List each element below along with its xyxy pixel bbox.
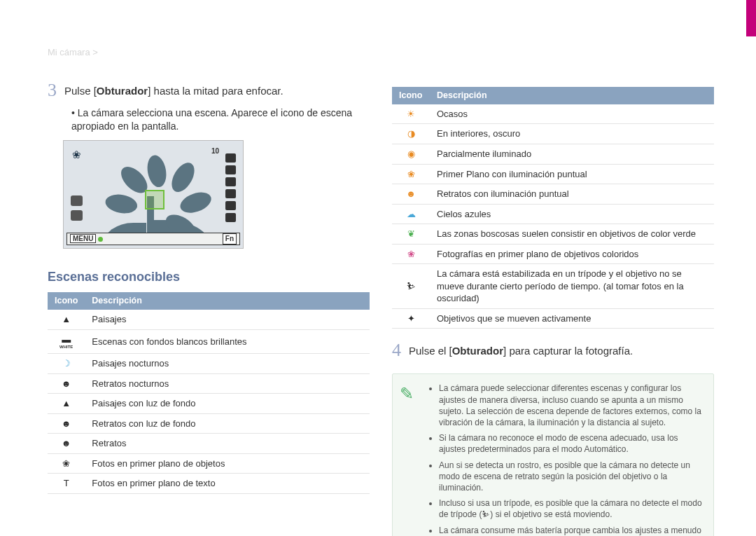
row-desc: Paisajes [85, 310, 370, 329]
note-item: Aun si se detecta un rostro, es posible … [439, 460, 704, 494]
table-row: ▬WHITEEscenas con fondos blancos brillan… [48, 329, 370, 354]
step3-bold: Obturador [97, 85, 148, 97]
scene-icon: ◑ [405, 128, 417, 139]
scene-icon: ❀ [405, 168, 417, 179]
step3-pre: Pulse [ [64, 85, 97, 97]
table-row: ☀Ocasos [392, 104, 714, 124]
step-3-text: Pulse [Obturador] hasta la mitad para en… [64, 84, 370, 98]
note-item: Si la cámara no reconoce el modo de esce… [439, 432, 704, 455]
table-row: ✦Objetivos que se mueven activamente [392, 308, 714, 329]
step-3-sub: La cámara selecciona una escena. Aparece… [71, 106, 370, 133]
step-number-4: 4 [392, 341, 409, 359]
row-desc: Las zonas boscosas suelen consistir en o… [430, 224, 714, 245]
step4-pre: Pulse el [ [409, 345, 452, 357]
step-3: 3 Pulse [Obturador] hasta la mitad para … [48, 84, 370, 99]
table-row: ☻Retratos nocturnos [48, 373, 370, 394]
scene-icon: ❀ [405, 248, 417, 259]
row-desc: Primer Plano con iluminación puntual [430, 164, 714, 184]
table-row: ❀Primer Plano con iluminación puntual [392, 164, 714, 184]
menu-button-label: MENU [70, 234, 96, 243]
row-desc: Ocasos [430, 104, 714, 124]
th-desc: Descripción [85, 292, 370, 310]
step-number-3: 3 [48, 81, 64, 99]
row-icon-cell: ❀ [48, 453, 85, 474]
row-icon-cell: ◉ [392, 144, 430, 164]
row-icon-cell: ☁ [392, 204, 430, 224]
row-icon-cell: ⛷ [392, 264, 430, 309]
scene-icon: ☻ [405, 188, 417, 200]
note-list: La cámara puede seleccionar diferentes e… [428, 383, 704, 536]
row-desc: La cámara está estabilizada en un trípod… [430, 264, 714, 309]
scene-icon: ▬ [60, 334, 73, 345]
row-desc: Retratos nocturnos [85, 373, 370, 394]
shots-remaining: 10 [211, 146, 219, 156]
scene-icon: ☻ [60, 418, 73, 430]
table-row: ▲Paisajes [48, 310, 370, 329]
scene-icon: ◉ [405, 149, 417, 160]
th-desc-r: Descripción [430, 87, 714, 104]
table-row: ☻Retratos [48, 434, 370, 454]
table-row: ❦Las zonas boscosas suelen consistir en … [392, 224, 714, 245]
table-row: ◑En interiores, oscuro [392, 124, 714, 144]
row-desc: Retratos con iluminación puntual [430, 184, 714, 205]
scene-icon: ❦ [405, 228, 417, 240]
row-desc: Cielos azules [430, 204, 714, 224]
scene-icon: ☻ [60, 378, 73, 389]
table-row: TFotos en primer plano de texto [48, 474, 370, 494]
fn-button-label: Fn [223, 233, 237, 245]
scene-icon: ☻ [60, 438, 73, 449]
row-icon-cell: ▲ [48, 394, 85, 414]
row-desc: Fotografías en primer plano de objetivos… [430, 244, 714, 264]
row-desc: Escenas con fondos blancos brillantes [85, 329, 370, 354]
step3-post: ] hasta la mitad para enfocar. [148, 85, 283, 97]
row-desc: Retratos [85, 434, 370, 454]
note-pen-icon: ✎ [400, 383, 421, 536]
macro-icon: ❀ [72, 148, 81, 162]
scene-icon-sublabel: WHITE [55, 344, 78, 350]
left-column: 3 Pulse [Obturador] hasta la mitad para … [48, 84, 370, 494]
row-icon-cell: ❦ [392, 224, 430, 245]
table-row: ☁Cielos azules [392, 204, 714, 224]
row-icon-cell: ◑ [392, 124, 430, 144]
step4-bold: Obturador [452, 345, 503, 357]
scene-icon: ✦ [405, 313, 417, 324]
row-desc: Fotos en primer plano de objetos [85, 453, 370, 474]
row-icon-cell: ▲ [48, 310, 85, 329]
section-title: Escenas reconocibles [48, 268, 370, 285]
step4-post: ] para capturar la fotografía. [503, 345, 633, 357]
row-desc: Retratos con luz de fondo [85, 413, 370, 434]
step-4-text: Pulse el [Obturador] para capturar la fo… [409, 344, 714, 358]
row-icon-cell: ✦ [392, 308, 430, 329]
row-icon-cell: ▬WHITE [48, 329, 85, 354]
note-item: La cámara puede seleccionar diferentes e… [439, 383, 704, 428]
scene-icon: ⛷ [405, 281, 417, 292]
row-desc: Paisajes con luz de fondo [85, 394, 370, 414]
left-scene-table: Icono Descripción ▲Paisajes▬WHITEEscenas… [48, 292, 370, 494]
scene-icon: ▲ [60, 398, 73, 409]
note-item: Incluso si usa un trípode, es posible qu… [439, 497, 704, 520]
page-color-tab [746, 0, 756, 36]
row-icon-cell: T [48, 474, 85, 494]
scene-icon: ▲ [60, 314, 73, 325]
row-desc: En interiores, oscuro [430, 124, 714, 144]
scene-icon: ☁ [405, 208, 417, 219]
row-icon-cell: ☽ [48, 354, 85, 374]
right-column: Icono Descripción ☀Ocasos◑En interiores,… [392, 84, 714, 536]
row-icon-cell: ☻ [48, 434, 85, 454]
table-row: ❀Fotografías en primer plano de objetivo… [392, 244, 714, 264]
row-icon-cell: ❀ [392, 164, 430, 184]
camera-bottom-bar: MENU Fn [66, 233, 240, 245]
table-row: ☻Retratos con luz de fondo [48, 413, 370, 434]
row-desc: Parcialmente iluminado [430, 144, 714, 164]
row-desc: Fotos en primer plano de texto [85, 474, 370, 494]
row-icon-cell: ❀ [392, 244, 430, 264]
th-icon: Icono [48, 292, 85, 310]
step-4: 4 Pulse el [Obturador] para capturar la … [392, 344, 714, 359]
row-icon-cell: ☀ [392, 104, 430, 124]
table-row: ▲Paisajes con luz de fondo [48, 394, 370, 414]
camera-preview: ❀ 10 MENU Fn [63, 140, 244, 249]
scene-icon: ❀ [60, 458, 73, 469]
table-row: ☽Paisajes nocturnos [48, 354, 370, 374]
note-box: ✎ La cámara puede seleccionar diferentes… [392, 373, 714, 536]
table-row: ☻Retratos con iluminación puntual [392, 184, 714, 205]
